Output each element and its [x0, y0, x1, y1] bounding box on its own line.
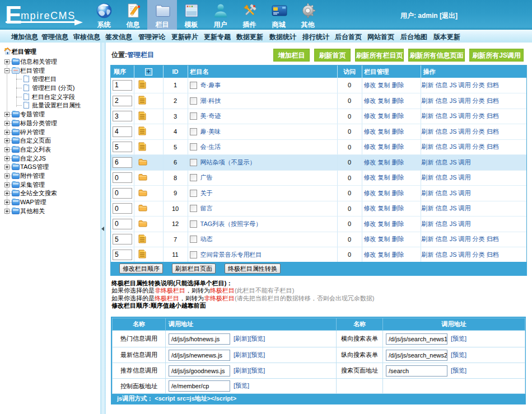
- svg-text:E: E: [5, 2, 22, 28]
- svg-text:mpireCMS: mpireCMS: [21, 10, 76, 21]
